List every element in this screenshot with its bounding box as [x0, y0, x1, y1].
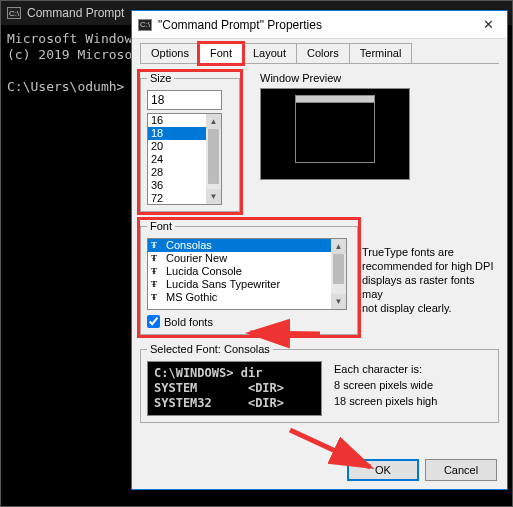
tab-strip: Options Font Layout Colors Terminal — [140, 43, 499, 64]
font-option[interactable]: ŦMS Gothic — [148, 291, 346, 304]
font-sample: C:\WINDOWS> dir SYSTEM <DIR> SYSTEM32 <D… — [147, 361, 322, 416]
truetype-icon: Ŧ — [151, 239, 163, 252]
selected-font-legend: Selected Font: Consolas — [147, 343, 273, 355]
cancel-button[interactable]: Cancel — [425, 459, 497, 481]
size-list[interactable]: 16 18 20 24 28 36 72 ▲ ▼ — [147, 113, 222, 205]
ok-button[interactable]: OK — [347, 459, 419, 481]
scroll-up-icon[interactable]: ▲ — [331, 239, 346, 254]
size-group: Size 16 18 20 24 28 36 72 ▲ — [140, 72, 240, 212]
properties-dialog: C:\ "Command Prompt" Properties ✕ Option… — [131, 10, 508, 490]
selected-font-group: Selected Font: Consolas C:\WINDOWS> dir … — [140, 343, 499, 423]
font-group: Font ŦConsolas ŦCourier New ŦLucida Cons… — [140, 220, 358, 335]
font-scrollbar[interactable]: ▲ ▼ — [331, 239, 346, 309]
scroll-thumb[interactable] — [208, 129, 219, 184]
size-scrollbar[interactable]: ▲ ▼ — [206, 114, 221, 204]
preview-window-titlebar — [296, 96, 374, 103]
truetype-icon: Ŧ — [151, 252, 163, 265]
scroll-down-icon[interactable]: ▼ — [206, 189, 221, 204]
cmd-icon: C:\ — [138, 19, 152, 31]
bold-fonts-checkbox[interactable] — [147, 315, 160, 328]
dialog-titlebar[interactable]: C:\ "Command Prompt" Properties ✕ — [132, 11, 507, 39]
bold-fonts-label: Bold fonts — [164, 316, 213, 328]
window-preview-area: Window Preview — [260, 72, 499, 220]
truetype-icon: Ŧ — [151, 278, 163, 291]
tab-font[interactable]: Font — [199, 43, 243, 64]
char-info: Each character is: 8 screen pixels wide … — [334, 361, 437, 409]
scroll-down-icon[interactable]: ▼ — [331, 294, 346, 309]
tab-options[interactable]: Options — [140, 43, 200, 63]
truetype-icon: Ŧ — [151, 291, 163, 304]
bold-fonts-row[interactable]: Bold fonts — [147, 315, 351, 328]
preview-window — [295, 95, 375, 163]
scroll-thumb[interactable] — [333, 254, 344, 284]
tab-terminal[interactable]: Terminal — [349, 43, 413, 63]
scroll-up-icon[interactable]: ▲ — [206, 114, 221, 129]
preview-box — [260, 88, 410, 180]
font-list[interactable]: ŦConsolas ŦCourier New ŦLucida Console Ŧ… — [147, 238, 347, 310]
cmd-icon: C:\ — [7, 7, 21, 19]
size-legend: Size — [147, 72, 174, 84]
cmd-title: Command Prompt — [27, 6, 124, 20]
dialog-title: "Command Prompt" Properties — [158, 18, 463, 32]
preview-label: Window Preview — [260, 72, 499, 84]
tab-colors[interactable]: Colors — [296, 43, 350, 63]
size-input[interactable] — [147, 90, 222, 110]
font-option[interactable]: ŦLucida Sans Typewriter — [148, 278, 346, 291]
font-legend: Font — [147, 220, 175, 232]
tab-layout[interactable]: Layout — [242, 43, 297, 63]
font-option[interactable]: ŦConsolas — [148, 239, 346, 252]
font-hint-text: TrueType fonts are recommended for high … — [362, 245, 497, 315]
font-option[interactable]: ŦCourier New — [148, 252, 346, 265]
close-button[interactable]: ✕ — [469, 11, 507, 39]
font-option[interactable]: ŦLucida Console — [148, 265, 346, 278]
dialog-buttons: OK Cancel — [347, 459, 497, 481]
truetype-icon: Ŧ — [151, 265, 163, 278]
